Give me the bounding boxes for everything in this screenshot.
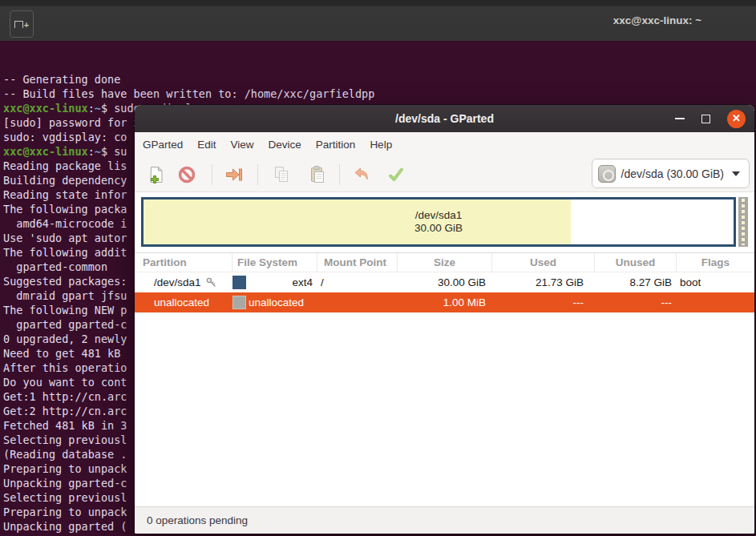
paste-button[interactable] [304,161,331,188]
partition-size: 30.00 GiB [398,276,492,288]
menu-item-gparted[interactable]: GParted [135,132,190,157]
filesystem-name: unallocated [249,296,317,308]
menu-item-device[interactable]: Device [261,132,309,157]
harddisk-icon [598,165,616,183]
toolbar-separator [212,164,212,185]
column-header-used: Used [492,253,595,272]
table-row--dev-sda1[interactable]: /dev/sda1ext4/30.00 GiB21.73 GiB8.27 GiB… [135,272,754,292]
device-selector-label: /dev/sda (30.00 GiB) [621,167,724,180]
table-empty-area [135,312,754,506]
window-controls: ✕ [675,105,746,132]
apply-button[interactable] [382,161,410,188]
disk-used-space [144,199,571,244]
new-tab-icon: + [14,17,29,31]
undo-icon [352,165,371,184]
toolbar: /dev/sda (30.00 GiB) [135,157,754,192]
partition-flags: boot [677,276,754,288]
gparted-window: /dev/sda - GParted ✕ GPartedEditViewDevi… [135,105,754,534]
column-header-unused: Unused [595,253,677,272]
partition-unused: 8.27 GiB [595,276,677,288]
terminal-line: -- Generating done [3,72,756,87]
key-icon [205,276,217,288]
terminal-line: -- Build files have been written to: /ho… [3,87,756,101]
menu-item-help[interactable]: Help [362,132,399,157]
partition-table-body: /dev/sda1ext4/30.00 GiB21.73 GiB8.27 GiB… [135,272,754,312]
copy-button[interactable] [268,161,295,188]
table-row-unallocated[interactable]: unallocatedunallocated1.00 MiB------ [135,292,754,312]
minimize-icon[interactable] [675,118,685,119]
menu-bar: GPartedEditViewDevicePartitionHelp [135,132,754,157]
terminal-window-title: xxc@xxc-linux: ~ [561,0,754,41]
disk-partition-sda1[interactable]: /dev/sda1 30.00 GiB [141,197,736,247]
disk-unallocated-space[interactable] [738,197,748,247]
close-icon[interactable]: ✕ [727,110,746,128]
column-header-size: Size [398,253,492,272]
device-selector[interactable]: /dev/sda (30.00 GiB) [592,159,750,188]
table-header: Partition File System Mount Point Size U… [135,253,754,272]
partition-unused: --- [595,296,677,308]
terminal-titlebar[interactable]: + xxc@xxc-linux: ~ [0,0,756,41]
disk-visual: /dev/sda1 30.00 GiB [135,192,754,253]
desktop: + xxc@xxc-linux: ~ -- Generating done-- … [0,0,756,536]
column-header-flags: Flags [677,253,754,272]
partition-size: 1.00 MiB [398,296,492,308]
gparted-titlebar[interactable]: /dev/sda - GParted ✕ [135,105,754,132]
disk-partition-label: /dev/sda1 30.00 GiB [414,209,463,235]
new-partition-icon [147,165,166,184]
column-header-filesystem: File System [232,253,317,272]
column-header-partition: Partition [135,253,232,272]
toolbar-separator [339,164,340,185]
menu-item-view[interactable]: View [224,132,261,157]
resize-move-button[interactable] [220,161,247,188]
delete-icon [177,165,196,184]
status-bar: 0 operations pending [135,506,754,534]
partition-used: 21.73 GiB [492,276,595,288]
window-title: /dev/sda - GParted [135,112,754,125]
filesystem-color-swatch [232,276,246,289]
status-text: 0 operations pending [147,514,248,526]
apply-icon [386,165,406,184]
toolbar-separator [257,164,258,185]
maximize-icon[interactable] [701,115,710,123]
new-partition-button[interactable] [143,161,170,188]
paste-icon [308,165,327,184]
menu-item-edit[interactable]: Edit [190,132,223,157]
partition-name: unallocated [154,296,209,308]
delete-partition-button[interactable] [173,161,200,188]
terminal-new-tab-button[interactable]: + [10,10,34,38]
resize-move-icon [224,165,243,184]
filesystem-color-swatch [232,296,246,309]
partition-used: --- [492,296,595,308]
menu-item-partition[interactable]: Partition [309,132,363,157]
column-header-mountpoint: Mount Point [317,253,398,272]
partition-name: /dev/sda1 [154,276,201,288]
undo-button[interactable] [348,161,375,188]
filesystem-name: ext4 [249,276,317,288]
copy-icon [272,165,291,184]
chevron-down-icon [732,171,740,176]
mount-point: / [317,276,398,288]
